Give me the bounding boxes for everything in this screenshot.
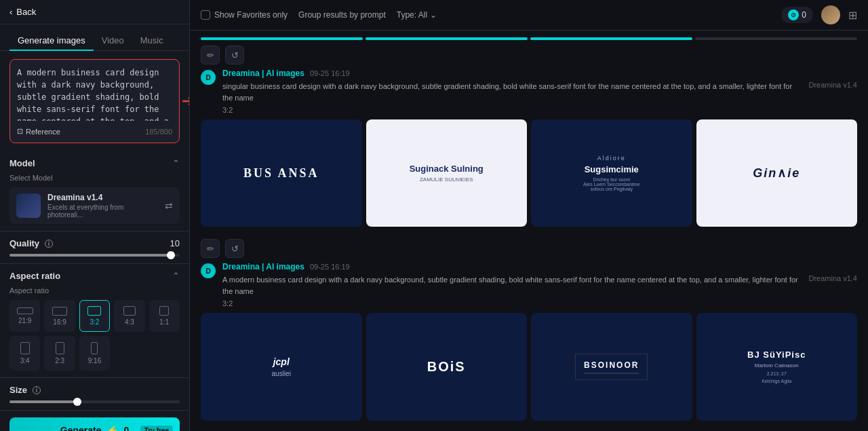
generate-count: 0 — [123, 425, 129, 431]
result-time-1: 09-25 16:19 — [310, 69, 350, 77]
aspect-ratio-title: Aspect ratio — [9, 271, 60, 281]
refresh-button-2[interactable]: ↺ — [225, 239, 244, 258]
action-row-2: ✏ ↺ — [201, 239, 857, 258]
quality-slider[interactable] — [9, 254, 180, 257]
group-by-prompt-toggle[interactable]: Group results by prompt — [298, 10, 386, 20]
size-info-icon: i — [33, 386, 41, 394]
show-favorites-checkbox[interactable]: Show Favorites only — [201, 10, 288, 20]
reference-button[interactable]: ⊡ Reference — [17, 127, 60, 136]
aspect-icon-2-3 — [56, 342, 64, 354]
model-settings-icon[interactable]: ⇄ — [165, 200, 173, 211]
tab-video[interactable]: Video — [94, 31, 132, 51]
size-slider[interactable] — [9, 400, 180, 403]
aspect-ratio-header[interactable]: Aspect ratio ⌃ — [9, 271, 180, 281]
results-content: ✏ ↺ D Dreamina | AI images 09-25 16:19 s… — [190, 31, 868, 431]
result-ratio-1: 3:2 — [222, 106, 857, 114]
result-image-2-1[interactable]: jcpl ausliei — [201, 313, 362, 420]
size-section: Size i — [0, 378, 189, 411]
quality-section: Quality i 10 — [0, 231, 189, 264]
back-button[interactable]: ‹ Back — [0, 0, 189, 24]
generate-area: Generate ⚡ 0 Try free — [0, 411, 189, 431]
result-image-1-3[interactable]: Aldiore Sugsimcimie Drichey bur suoniAle… — [531, 119, 692, 227]
aspect-btn-2-3[interactable]: 2:3 — [44, 336, 75, 371]
topbar-left: Show Favorites only Group results by pro… — [201, 10, 437, 20]
tab-music[interactable]: Music — [132, 31, 172, 51]
progress-seg-4 — [695, 37, 857, 40]
result-images-1: BUS ANSA Suginack Sulning ZAMULIE SULNIE… — [201, 119, 857, 227]
aspect-icon-9-16 — [91, 342, 98, 354]
reference-icon: ⊡ — [17, 127, 23, 136]
result-group-2: D Dreamina | AI images 09-25 16:19 A mod… — [201, 262, 857, 420]
result-prompt-2: A modern business card design with a dar… — [222, 274, 800, 297]
result-meta-2: D Dreamina | AI images 09-25 16:19 A mod… — [201, 262, 857, 307]
aspect-btn-3-4[interactable]: 3:4 — [9, 336, 40, 371]
model-thumbnail — [16, 193, 41, 218]
token-count: 0 — [802, 10, 806, 20]
result-info-1: Dreamina | AI images 09-25 16:19 singula… — [222, 69, 857, 114]
tab-generate-images[interactable]: Generate images — [9, 31, 94, 51]
progress-bar — [201, 37, 857, 40]
aspect-btn-3-2[interactable]: 3:2 — [79, 300, 110, 332]
model-name: Dreamina v1.4 — [47, 193, 158, 202]
aspect-icon-21-9 — [17, 307, 33, 314]
action-row-1: ✏ ↺ — [201, 45, 857, 64]
show-favorites-label: Show Favorites only — [214, 10, 288, 20]
progress-seg-3 — [530, 37, 692, 40]
quality-slider-fill — [9, 254, 171, 257]
aspect-icon-4-3 — [123, 306, 136, 316]
result-image-2-3[interactable]: BSOINOOR — [531, 313, 692, 420]
generate-label: Generate — [60, 425, 102, 431]
aspect-btn-21-9[interactable]: 21:9 — [9, 300, 40, 332]
sidebar: ‹ Back Generate images Video Music A mod… — [0, 0, 190, 431]
token-badge: ⊙ 0 — [781, 7, 813, 23]
prompt-input[interactable]: A modern business card design with a dar… — [17, 67, 172, 121]
back-arrow-icon: ‹ — [9, 7, 12, 17]
aspect-btn-1-1[interactable]: 1:1 — [149, 300, 180, 332]
aspect-btn-4-3[interactable]: 4:3 — [114, 300, 144, 332]
topbar: Show Favorites only Group results by pro… — [190, 0, 868, 31]
favorites-checkbox-input[interactable] — [201, 10, 210, 20]
result-meta-1: D Dreamina | AI images 09-25 16:19 singu… — [201, 69, 857, 114]
token-icon: ⊙ — [788, 10, 799, 20]
progress-seg-2 — [366, 37, 528, 40]
result-avatar-2: D — [201, 263, 216, 278]
quality-info-icon: i — [45, 240, 53, 248]
select-model-label: Select Model — [9, 174, 180, 182]
aspect-btn-16-9[interactable]: 16:9 — [44, 300, 75, 332]
aspect-ratio-section: Aspect ratio ⌃ Aspect ratio 21:9 16:9 3:… — [0, 264, 189, 378]
sidebar-tabs: Generate images Video Music — [0, 24, 189, 51]
result-image-1-1[interactable]: BUS ANSA — [201, 119, 362, 227]
result-image-2-4[interactable]: BJ SüYiPisc Martom Caiinason 2.213.:27 K… — [696, 313, 858, 420]
result-info-2: Dreamina | AI images 09-25 16:19 A moder… — [222, 262, 857, 307]
result-images-2: jcpl ausliei BOiS BSOINOOR — [201, 313, 857, 420]
result-model-1: Dreamina v1.4 — [808, 81, 857, 89]
refresh-button-1[interactable]: ↺ — [225, 45, 244, 64]
model-desc: Excels at everything from photoreali... — [47, 204, 158, 219]
result-image-1-4[interactable]: Gin∧ie — [696, 119, 858, 227]
result-group-1: D Dreamina | AI images 09-25 16:19 singu… — [201, 69, 857, 227]
user-avatar[interactable] — [821, 5, 840, 24]
model-chevron-icon: ⌃ — [172, 158, 180, 168]
grid-view-icon[interactable]: ⊞ — [848, 9, 857, 22]
topbar-right: ⊙ 0 ⊞ — [781, 5, 857, 24]
aspect-btn-9-16[interactable]: 9:16 — [79, 336, 110, 371]
quality-slider-thumb[interactable] — [167, 251, 175, 259]
model-section-header[interactable]: Model ⌃ — [9, 158, 180, 168]
model-item[interactable]: Dreamina v1.4 Excels at everything from … — [9, 187, 180, 224]
generate-button[interactable]: Generate ⚡ 0 Try free — [9, 417, 180, 431]
edit-button-2[interactable]: ✏ — [201, 239, 220, 258]
prompt-area: A modern business card design with a dar… — [9, 59, 180, 143]
result-image-1-2[interactable]: Suginack Sulning ZAMULIE SULNIEIES — [366, 119, 528, 227]
type-filter-label: Type: All — [397, 10, 427, 20]
char-count: 185/800 — [145, 128, 172, 136]
result-image-2-2[interactable]: BOiS — [366, 313, 528, 420]
size-slider-thumb[interactable] — [73, 398, 81, 406]
edit-button-1[interactable]: ✏ — [201, 45, 220, 64]
result-name-1: Dreamina | AI images — [222, 69, 304, 78]
type-filter-chevron-icon: ⌄ — [430, 10, 437, 20]
main-content: Show Favorites only Group results by pro… — [190, 0, 868, 431]
result-prompt-1: singular business card design with a dar… — [222, 81, 800, 103]
aspect-icon-3-2 — [87, 306, 101, 316]
type-filter[interactable]: Type: All ⌄ — [397, 10, 437, 20]
size-label: Size i — [9, 385, 41, 395]
